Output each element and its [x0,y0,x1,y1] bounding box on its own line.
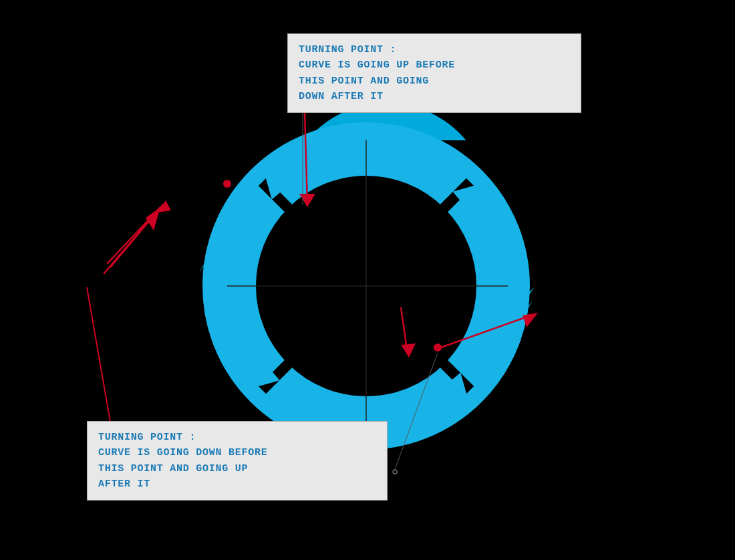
tooltip-bottom-line1: CURVE IS GOING DOWN BEFORE [98,447,268,458]
tooltip-bottom: TURNING POINT : CURVE IS GOING DOWN BEFO… [87,421,388,501]
tooltip-top: TURNING POINT : CURVE IS GOING UP BEFORE… [287,33,581,113]
red-dot-lower [434,343,442,352]
tooltip-top-line1: CURVE IS GOING UP BEFORE [299,59,455,71]
tooltip-top-title: TURNING POINT : [299,44,396,55]
tooltip-bottom-line3: AFTER IT [98,478,150,490]
tooltip-bottom-title: TURNING POINT : [98,432,196,443]
tooltip-top-line3: DOWN AFTER IT [299,91,384,102]
red-dot-upper [223,180,231,188]
tooltip-top-line2: THIS POINT AND GOING [299,76,429,87]
tooltip-bottom-line2: THIS POINT AND GOING UP [98,463,248,474]
